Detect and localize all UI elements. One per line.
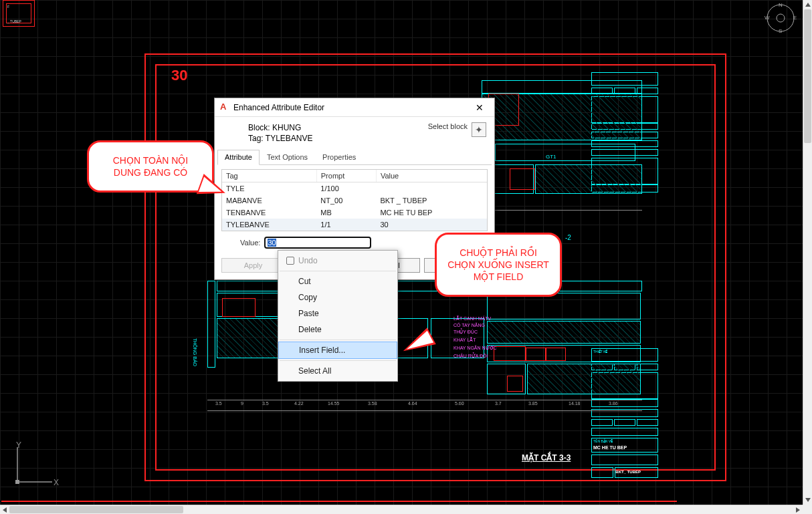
col-value[interactable]: Value xyxy=(376,170,487,182)
dim-b9: 3.85 xyxy=(528,401,538,406)
scroll-corner xyxy=(803,505,812,514)
ucs-x: X xyxy=(54,478,59,487)
note-0: LẮT CANH MÁTV xyxy=(453,315,491,322)
thumb-label-top: F xyxy=(7,5,9,9)
dim-b5: 3.58 xyxy=(368,401,377,406)
note-3: KHAY LẮT xyxy=(453,337,476,344)
tab-attribute[interactable]: Attribute xyxy=(217,150,260,165)
close-icon[interactable]: ✕ xyxy=(470,102,489,113)
ctx-select-all[interactable]: Select All xyxy=(278,363,397,379)
ctx-separator xyxy=(280,340,396,340)
dim-b10: 14.18 xyxy=(569,401,581,406)
vertical-scrollbar[interactable] xyxy=(803,0,812,505)
view-cube-compass[interactable]: N E S W xyxy=(765,3,796,33)
select-block-button[interactable]: ✦ xyxy=(472,122,486,137)
attribute-table[interactable]: Tag Prompt Value TYLE1/100 MABANVENT_00B… xyxy=(221,169,488,231)
block-label: Block: xyxy=(248,123,270,132)
value-label: Value: xyxy=(240,239,260,247)
thumbnail-frame: F _ TUBEP xyxy=(3,0,35,27)
callout-right-text: CHUỘT PHẢI RỒI CHỌN XUỐNG INSERT MỘT FIE… xyxy=(447,247,549,282)
dialog-titlebar[interactable]: Enhanced Attribute Editor ✕ xyxy=(215,98,494,117)
note-4: KHAY NGĂN NƯỚC xyxy=(453,345,497,352)
tab-properties[interactable]: Properties xyxy=(315,150,363,165)
block-value: KHUNG xyxy=(272,123,301,132)
dim-b11: 3.86 xyxy=(609,401,618,406)
section-22-suffix: -2 xyxy=(565,234,571,241)
compass-s: S xyxy=(779,28,782,34)
callout-right: CHUỘT PHẢI RỒI CHỌN XUỐNG INSERT MỘT FIE… xyxy=(435,233,562,297)
ctx-separator xyxy=(280,271,396,271)
table-row[interactable]: TYLEBANVE1/130 xyxy=(222,219,487,231)
dim-b6: 4.64 xyxy=(408,401,417,406)
dialog-tabs: Attribute Text Options Properties xyxy=(217,149,492,165)
compass-n: N xyxy=(779,2,783,8)
autocad-icon xyxy=(220,103,229,112)
context-menu: Undo Cut Copy Paste Delete Insert Field.… xyxy=(278,250,398,382)
note-1: CÓ TAY NĂNG xyxy=(453,322,485,329)
ctx-delete[interactable]: Delete xyxy=(278,322,397,338)
callout-left-text: CHỌN TOÀN NỘI DUNG ĐANG CÓ xyxy=(113,155,189,178)
table-row[interactable]: TYLE1/100 xyxy=(222,182,487,195)
section-title-33: MẶT CẮT 3-3 xyxy=(522,453,571,463)
table-row[interactable]: MABANVENT_00BKT _ TUBEP xyxy=(222,195,487,207)
tp-sheet-code: BKT_ TUBEP xyxy=(615,468,657,474)
svg-point-1 xyxy=(777,14,785,22)
ucs-icon[interactable]: Y X xyxy=(7,440,60,494)
thumb-label-bottom: _ TUBEP xyxy=(7,19,21,23)
ctx-separator xyxy=(280,360,396,361)
callout-left: CHỌN TOÀN NỘI DUNG ĐANG CÓ xyxy=(87,140,214,192)
dim-b8: 3.7 xyxy=(495,401,502,406)
tab-text-options[interactable]: Text Options xyxy=(260,150,315,165)
dim-b0: 3.5 xyxy=(215,401,222,406)
label-thong-bao: THÔNG BÁO xyxy=(193,338,197,366)
svg-point-0 xyxy=(767,5,794,31)
compass-e: E xyxy=(793,15,797,21)
ucs-y: Y xyxy=(16,440,21,450)
dim-b7: 5.60 xyxy=(455,401,464,406)
value-input[interactable] xyxy=(264,237,371,249)
table-row[interactable]: TENBANVEMBMC HE TU BEP xyxy=(222,207,487,219)
col-tag[interactable]: Tag xyxy=(222,170,316,182)
ctx-copy[interactable]: Copy xyxy=(278,289,397,305)
label-gt1: GT1 xyxy=(546,154,556,160)
col-prompt[interactable]: Prompt xyxy=(316,170,376,182)
dim-b3: 4.22 xyxy=(294,401,304,406)
bottom-red-line xyxy=(1,501,677,502)
dim-b1: 9 xyxy=(241,401,243,406)
ctx-cut[interactable]: Cut xyxy=(278,273,397,289)
horizontal-scrollbar[interactable] xyxy=(0,505,803,514)
dim-b4: 14.55 xyxy=(328,401,340,406)
tag-value: TYLEBANVE xyxy=(266,134,313,143)
ctx-paste[interactable]: Paste xyxy=(278,305,397,322)
note-5: CHÂU RỬA ĐÔI xyxy=(453,353,488,360)
note-2: THỦY ĐÚC xyxy=(453,329,478,336)
dialog-title: Enhanced Attribute Editor xyxy=(233,103,470,112)
select-block-label: Select block xyxy=(428,122,468,130)
ctx-insert-field[interactable]: Insert Field... xyxy=(278,342,397,359)
apply-button[interactable]: Apply xyxy=(221,258,285,273)
tag-label: Tag: xyxy=(248,134,264,143)
svg-rect-4 xyxy=(15,480,19,484)
ctx-undo[interactable]: Undo xyxy=(278,253,397,269)
dim-b2: 3.5 xyxy=(262,401,269,406)
compass-w: W xyxy=(765,15,770,21)
